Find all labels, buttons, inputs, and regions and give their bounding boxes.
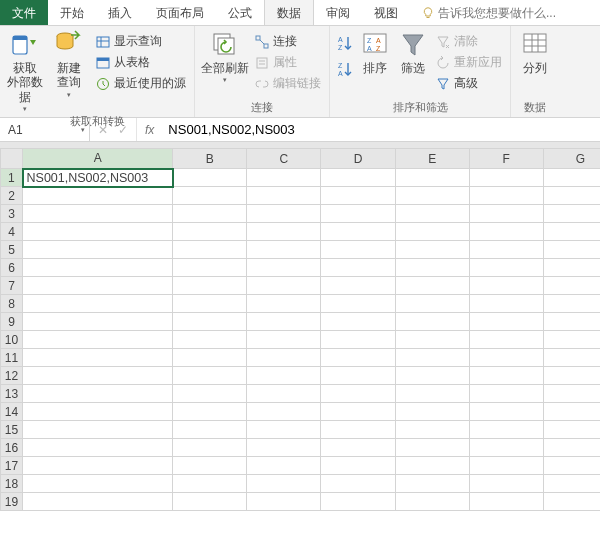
cell[interactable] [247, 205, 321, 223]
show-queries-button[interactable]: 显示查询 [94, 32, 188, 51]
cell[interactable] [469, 187, 543, 205]
cell[interactable] [469, 241, 543, 259]
col-header-F[interactable]: F [469, 149, 543, 169]
cell[interactable] [23, 331, 173, 349]
cell[interactable] [321, 205, 395, 223]
cell[interactable] [543, 349, 600, 367]
text-to-columns-button[interactable]: 分列 [517, 28, 553, 75]
cell[interactable] [23, 349, 173, 367]
cell[interactable] [469, 223, 543, 241]
tell-me-search[interactable]: 告诉我您想要做什么... [410, 0, 600, 25]
cell[interactable] [173, 241, 247, 259]
formula-input[interactable] [162, 118, 600, 141]
col-header-B[interactable]: B [173, 149, 247, 169]
recent-sources-button[interactable]: 最近使用的源 [94, 74, 188, 93]
tab-review[interactable]: 审阅 [314, 0, 362, 25]
refresh-all-button[interactable]: 全部刷新 ▾ [201, 28, 249, 85]
col-header-G[interactable]: G [543, 149, 600, 169]
cell[interactable] [395, 295, 469, 313]
cell[interactable] [395, 169, 469, 187]
row-header[interactable]: 6 [1, 259, 23, 277]
cell[interactable]: NS001,NS002,NS003 [23, 169, 173, 187]
cell[interactable] [23, 187, 173, 205]
row-header[interactable]: 9 [1, 313, 23, 331]
cell[interactable] [173, 439, 247, 457]
name-box[interactable]: A1 ▾ [0, 118, 90, 142]
cell[interactable] [321, 277, 395, 295]
cell[interactable] [469, 331, 543, 349]
cell[interactable] [469, 385, 543, 403]
row-header[interactable]: 8 [1, 295, 23, 313]
cell[interactable] [173, 223, 247, 241]
cell[interactable] [173, 475, 247, 493]
cell[interactable] [321, 241, 395, 259]
cell[interactable] [173, 295, 247, 313]
cell[interactable] [469, 421, 543, 439]
cell[interactable] [543, 187, 600, 205]
cell[interactable] [173, 205, 247, 223]
row-header[interactable]: 14 [1, 403, 23, 421]
row-header[interactable]: 5 [1, 241, 23, 259]
cell[interactable] [395, 187, 469, 205]
cell[interactable] [395, 223, 469, 241]
cell[interactable] [247, 277, 321, 295]
reapply-button[interactable]: 重新应用 [434, 53, 504, 72]
cell[interactable] [173, 385, 247, 403]
tab-insert[interactable]: 插入 [96, 0, 144, 25]
cell[interactable] [543, 403, 600, 421]
cell[interactable] [247, 457, 321, 475]
cell[interactable] [469, 277, 543, 295]
cell[interactable] [247, 385, 321, 403]
col-header-D[interactable]: D [321, 149, 395, 169]
row-header[interactable]: 12 [1, 367, 23, 385]
grid[interactable]: A B C D E F G 1NS001,NS002,NS00323456789… [0, 148, 600, 511]
cell[interactable] [321, 331, 395, 349]
row-header[interactable]: 11 [1, 349, 23, 367]
sort-desc-button[interactable]: ZA [336, 60, 354, 78]
cell[interactable] [247, 475, 321, 493]
cell[interactable] [247, 403, 321, 421]
cell[interactable] [247, 223, 321, 241]
cell[interactable] [321, 403, 395, 421]
cell[interactable] [543, 259, 600, 277]
cell[interactable] [23, 385, 173, 403]
col-header-C[interactable]: C [247, 149, 321, 169]
cell[interactable] [23, 493, 173, 511]
cell[interactable] [321, 169, 395, 187]
cell[interactable] [395, 367, 469, 385]
cell[interactable] [543, 313, 600, 331]
cell[interactable] [543, 385, 600, 403]
new-query-button[interactable]: 新建 查询 ▾ [48, 28, 90, 99]
cell[interactable] [469, 493, 543, 511]
cell[interactable] [395, 205, 469, 223]
cell[interactable] [173, 313, 247, 331]
cell[interactable] [321, 475, 395, 493]
cell[interactable] [321, 385, 395, 403]
cell[interactable] [395, 313, 469, 331]
cell[interactable] [23, 475, 173, 493]
cell[interactable] [321, 421, 395, 439]
cell[interactable] [469, 367, 543, 385]
cell[interactable] [23, 439, 173, 457]
row-header[interactable]: 1 [1, 169, 23, 187]
row-header[interactable]: 15 [1, 421, 23, 439]
cell[interactable] [247, 349, 321, 367]
cell[interactable] [395, 421, 469, 439]
cell[interactable] [321, 439, 395, 457]
row-header[interactable]: 18 [1, 475, 23, 493]
row-header[interactable]: 13 [1, 385, 23, 403]
cell[interactable] [247, 367, 321, 385]
col-header-E[interactable]: E [395, 149, 469, 169]
cell[interactable] [395, 349, 469, 367]
row-header[interactable]: 7 [1, 277, 23, 295]
advanced-filter-button[interactable]: 高级 [434, 74, 504, 93]
cell[interactable] [23, 259, 173, 277]
cell[interactable] [173, 349, 247, 367]
cell[interactable] [23, 403, 173, 421]
cell[interactable] [469, 439, 543, 457]
cell[interactable] [23, 313, 173, 331]
cell[interactable] [543, 439, 600, 457]
cell[interactable] [173, 403, 247, 421]
get-external-data-button[interactable]: 获取 外部数据 ▾ [6, 28, 44, 114]
cell[interactable] [247, 259, 321, 277]
